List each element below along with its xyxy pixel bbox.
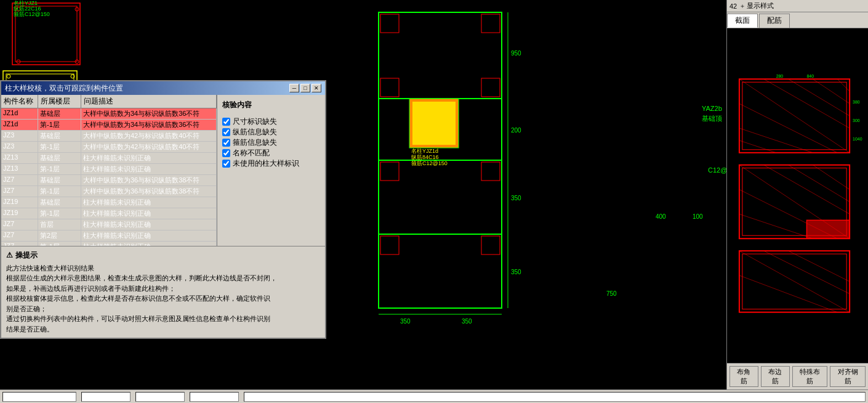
cell-floor: 第-1层 bbox=[38, 164, 81, 174]
cell-issue: 柱大样箍筋未识别正确 bbox=[81, 230, 217, 241]
right-checkbox-panel: 核验内容 尺寸标识缺失纵筋信息缺失箍筋信息缺失名称不匹配未使用的柱大样标识 bbox=[217, 95, 325, 246]
left-panel: 构件名称 所属楼层 问题描述 JZ1d基础层大样中纵筋数为34与标识纵筋数36不… bbox=[1, 95, 217, 246]
table-row[interactable]: JZ3基础层大样中纵筋数为42与标识纵筋数40不符 bbox=[1, 131, 217, 142]
svg-text:基础顶: 基础顶 bbox=[702, 115, 722, 122]
dialog-main-content: 构件名称 所属楼层 问题描述 JZ1d基础层大样中纵筋数为34与标识纵筋数36不… bbox=[1, 95, 325, 246]
svg-text:纵筋84C16: 纵筋84C16 bbox=[411, 154, 439, 160]
checkbox-0[interactable] bbox=[222, 118, 230, 126]
cell-issue: 大样中纵筋数为34与标识纵筋数36不符 bbox=[81, 108, 217, 119]
table-header: 构件名称 所属楼层 问题描述 bbox=[1, 95, 217, 108]
close-button[interactable]: ✕ bbox=[311, 84, 321, 92]
section-diagram: 280 840 380 300 1040 bbox=[727, 28, 868, 363]
checkbox-item-2: 箍筋信息缺失 bbox=[222, 137, 320, 148]
checkbox-label-0: 尺寸标识缺失 bbox=[233, 116, 277, 127]
checkbox-4[interactable] bbox=[222, 160, 230, 168]
svg-text:350: 350 bbox=[511, 195, 521, 202]
cell-floor: 基础层 bbox=[38, 197, 81, 208]
section-svg: 280 840 380 300 1040 bbox=[727, 28, 868, 363]
checkbox-item-3: 名称不匹配 bbox=[222, 148, 320, 158]
status-field-4 bbox=[190, 392, 239, 402]
minimize-button[interactable]: ─ bbox=[289, 84, 299, 92]
reinforcement-button-row: 布角筋 布边筋 特殊布筋 对齐钢筋 bbox=[729, 366, 866, 387]
edge-btn[interactable]: 布边筋 bbox=[761, 366, 790, 387]
cell-issue: 柱大样箍筋未识别正确 bbox=[81, 219, 217, 230]
checkbox-label-4: 未使用的柱大样标识 bbox=[233, 158, 299, 169]
checkbox-2[interactable] bbox=[222, 139, 230, 147]
table-row[interactable]: JZ13第-1层柱大样箍筋未识别正确 bbox=[1, 164, 217, 175]
checkbox-3[interactable] bbox=[222, 149, 230, 157]
cell-name: JZ7 bbox=[1, 186, 38, 197]
svg-text:200: 200 bbox=[511, 127, 521, 134]
cell-name: JZ7 bbox=[1, 230, 38, 241]
checkbox-1[interactable] bbox=[222, 128, 230, 136]
cell-issue: 大样中纵筋数为42与标识纵筋数40不符 bbox=[81, 131, 217, 141]
svg-text:名柱YJZ1d: 名柱YJZ1d bbox=[411, 148, 438, 154]
table-row[interactable]: JZ19第-1层柱大样箍筋未识别正确 bbox=[1, 208, 217, 219]
status-bar bbox=[0, 389, 868, 403]
svg-text:箍筋C12@150: 箍筋C12@150 bbox=[14, 11, 50, 17]
cell-name: JZ1d bbox=[1, 120, 38, 130]
cell-name: JZ3 bbox=[1, 131, 38, 141]
table-row[interactable]: JZ7第2层柱大样箍筋未识别正确 bbox=[1, 230, 217, 242]
corner-btn[interactable]: 布角筋 bbox=[729, 366, 758, 387]
svg-text:280: 280 bbox=[776, 74, 784, 78]
restore-button[interactable]: □ bbox=[300, 84, 310, 92]
cell-floor: 基础层 bbox=[38, 175, 81, 185]
dialog-titlebar: 柱大样校核，双击可跟踪到构件位置 ─ □ ✕ bbox=[1, 81, 325, 95]
svg-text:YAZ2b: YAZ2b bbox=[702, 105, 722, 112]
section-tabs: 截面 配筋 bbox=[727, 12, 868, 28]
col-header-floor: 所属楼层 bbox=[38, 95, 81, 108]
cell-issue: 大样中纵筋数为36与标识纵筋数38不符 bbox=[81, 186, 217, 197]
svg-rect-19 bbox=[412, 102, 456, 145]
cell-issue: 柱大样箍筋未识别正确 bbox=[81, 197, 217, 208]
svg-text:380: 380 bbox=[853, 100, 860, 104]
tab-section[interactable]: 截面 bbox=[727, 14, 758, 28]
svg-text:750: 750 bbox=[606, 290, 617, 297]
tip-line: 如果是，补画边线后再进行识别或者手动新建此柱构件； bbox=[6, 283, 320, 294]
cell-name: JZ19 bbox=[1, 197, 38, 208]
cell-name: JZ13 bbox=[1, 153, 38, 163]
table-row[interactable]: JZ13基础层柱大样箍筋未识别正确 bbox=[1, 153, 217, 164]
cell-name: JZ3 bbox=[1, 142, 38, 152]
cell-floor: 第2层 bbox=[38, 230, 81, 241]
table-row[interactable]: JZ7首层柱大样箍筋未识别正确 bbox=[1, 219, 217, 230]
checkbox-item-0: 尺寸标识缺失 bbox=[222, 116, 320, 127]
cell-name: JZ13 bbox=[1, 164, 38, 174]
cell-name: JZ1d bbox=[1, 108, 38, 119]
checkbox-label-2: 箍筋信息缺失 bbox=[233, 137, 277, 148]
cell-floor: 基础层 bbox=[38, 131, 81, 141]
table-row[interactable]: JZ7第-1层大样中纵筋数为36与标识纵筋数38不符 bbox=[1, 186, 217, 197]
svg-text:100: 100 bbox=[693, 213, 703, 220]
svg-text:350: 350 bbox=[462, 318, 472, 325]
table-body[interactable]: JZ1d基础层大样中纵筋数为34与标识纵筋数36不符JZ1d第-1层大样中纵筋数… bbox=[1, 108, 217, 246]
tips-content: 此方法快速检查大样识别结果 根据层位生成的大样示意图结果，检查未生成示意图的大样… bbox=[6, 263, 320, 335]
table-row[interactable]: JZ19基础层柱大样箍筋未识别正确 bbox=[1, 197, 217, 208]
svg-rect-53 bbox=[727, 73, 868, 318]
cell-floor: 第-1层 bbox=[38, 186, 81, 197]
svg-text:950: 950 bbox=[511, 50, 521, 57]
svg-text:箍筋C12@150: 箍筋C12@150 bbox=[411, 160, 448, 166]
status-field-1 bbox=[2, 392, 76, 402]
tips-section: ⚠ 操提示 此方法快速检查大样识别结果 根据层位生成的大样示意图结果，检查未生成… bbox=[1, 246, 325, 338]
table-row[interactable]: JZ1d基础层大样中纵筋数为34与标识纵筋数36不符 bbox=[1, 108, 217, 120]
number-label: 42 bbox=[729, 2, 737, 10]
svg-text:400: 400 bbox=[656, 213, 666, 220]
align-btn[interactable]: 对齐钢筋 bbox=[830, 366, 866, 387]
tab-reinforcement[interactable]: 配筋 bbox=[759, 14, 790, 28]
checkbox-item-1: 纵筋信息缺失 bbox=[222, 127, 320, 137]
cell-issue: 柱大样箍筋未识别正确 bbox=[81, 153, 217, 163]
table-row[interactable]: JZ7基础层大样中纵筋数为36与标识纵筋数38不符 bbox=[1, 175, 217, 186]
tip-line: 根据层位生成的大样示意图结果，检查未生成示意图的大样，判断此大样边线是否不封闭， bbox=[6, 273, 320, 283]
tip-line: 此方法快速检查大样识别结果 bbox=[6, 263, 320, 274]
cell-floor: 基础层 bbox=[38, 153, 81, 163]
cell-issue: 柱大样箍筋未识别正确 bbox=[81, 208, 217, 219]
display-style-area: ＋ 显示样式 bbox=[739, 1, 774, 10]
cell-issue: 大样中纵筋数为34与标识纵筋数36不符 bbox=[81, 120, 217, 130]
cell-name: JZ7 bbox=[1, 219, 38, 230]
cell-name: JZ19 bbox=[1, 208, 38, 219]
checkbox-label-1: 纵筋信息缺失 bbox=[233, 127, 277, 137]
cell-issue: 大样中纵筋数为42与标识纵筋数40不符 bbox=[81, 142, 217, 152]
table-row[interactable]: JZ1d第-1层大样中纵筋数为34与标识纵筋数36不符 bbox=[1, 120, 217, 131]
special-btn[interactable]: 特殊布筋 bbox=[792, 366, 828, 387]
table-row[interactable]: JZ3第-1层大样中纵筋数为42与标识纵筋数40不符 bbox=[1, 142, 217, 153]
